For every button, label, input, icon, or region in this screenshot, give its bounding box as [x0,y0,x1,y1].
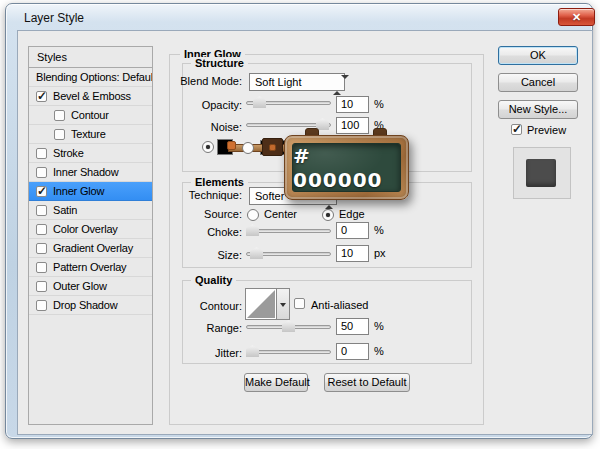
blend-mode-select[interactable]: Soft Light [249,73,345,91]
sidebar-item-stroke[interactable]: Stroke [29,144,152,163]
source-center-radio[interactable] [247,209,259,221]
jitter-slider[interactable] [246,345,331,358]
style-enabled-checkbox[interactable] [54,110,65,121]
size-input[interactable]: 10 [336,245,369,262]
reset-to-default-button[interactable]: Reset to Default [324,373,410,392]
opacity-slider[interactable] [246,96,331,109]
style-enabled-checkbox[interactable] [36,281,47,292]
sidebar-item-label: Contour [71,109,109,121]
styles-header: Styles [28,46,153,68]
choke-unit: % [374,224,384,236]
blend-mode-value: Soft Light [255,76,301,88]
jitter-input[interactable]: 0 [336,343,369,360]
style-enabled-checkbox[interactable] [36,205,47,216]
style-enabled-checkbox[interactable] [36,243,47,254]
screenshot-stage: Layer Style ✕ Styles Blending Options: D… [0,0,600,449]
style-enabled-checkbox[interactable] [36,262,47,273]
callout-clamp-pin-icon [269,144,276,151]
sidebar-item-label: Bevel & Emboss [53,90,131,102]
range-input[interactable]: 50 [336,318,369,335]
noise-input[interactable]: 100 [336,117,369,134]
sidebar-item-label: Pattern Overlay [53,261,126,273]
technique-value: Softer [255,190,284,202]
close-icon: ✕ [559,9,594,25]
opacity-input[interactable]: 10 [336,96,369,113]
range-thumb[interactable] [282,320,295,332]
style-enabled-checkbox[interactable] [36,300,47,311]
new-style-button[interactable]: New Style... [498,100,578,119]
sidebar-item-label: Inner Glow [53,185,104,197]
sidebar-item-label: Outer Glow [53,280,107,292]
opacity-label: Opacity: [132,99,242,111]
close-button[interactable]: ✕ [558,8,595,26]
cancel-button[interactable]: Cancel [498,73,578,92]
choke-slider[interactable] [246,224,331,237]
source-edge-label[interactable]: Edge [339,208,365,220]
jitter-label: Jitter: [132,347,242,359]
contour-picker[interactable] [245,288,277,320]
blend-mode-label: Blend Mode: [132,75,242,87]
source-label: Source: [132,208,242,220]
size-slider[interactable] [246,247,331,260]
noise-label: Noise: [132,121,242,133]
sidebar-item-label: Drop Shadow [53,299,117,311]
color-radio[interactable] [202,141,214,153]
preview-checkbox[interactable] [511,124,522,135]
sidebar-item-label: Texture [71,128,106,140]
sidebar-item-label: Stroke [53,147,84,159]
updown-arrows-icon [333,77,340,93]
color-hex-value: # 000000 [293,144,400,192]
contour-label: Contour: [132,300,242,312]
preview-label[interactable]: Preview [527,124,566,136]
sidebar-item-label: Gradient Overlay [53,242,133,254]
style-enabled-checkbox[interactable] [36,186,47,197]
sidebar-item-label: Inner Shadow [53,166,118,178]
chalkboard-surface: # 000000 [292,143,401,192]
sidebar-item-outer-glow[interactable]: Outer Glow [29,277,152,296]
contour-dropdown-arrow[interactable] [277,288,290,320]
opacity-thumb[interactable] [253,96,266,108]
sidebar-item-label: Satin [53,204,77,216]
style-enabled-checkbox[interactable] [36,91,47,102]
anti-aliased-checkbox[interactable] [294,298,305,309]
style-enabled-checkbox[interactable] [36,148,47,159]
anti-aliased-label[interactable]: Anti-aliased [311,299,368,311]
range-unit: % [374,320,384,332]
size-label: Size: [132,249,242,261]
elements-legend: Elements [191,176,248,188]
source-edge-radio[interactable] [322,209,334,221]
jitter-thumb[interactable] [246,345,259,357]
layer-style-dialog: Layer Style ✕ Styles Blending Options: D… [5,3,593,439]
source-center-label[interactable]: Center [264,208,297,220]
opacity-unit: % [374,98,384,110]
choke-input[interactable]: 0 [336,222,369,239]
ok-button[interactable]: OK [498,46,578,65]
make-default-button[interactable]: Make Default [244,373,308,392]
style-enabled-checkbox[interactable] [54,129,65,140]
style-enabled-checkbox[interactable] [36,224,47,235]
sidebar-item-inner-shadow[interactable]: Inner Shadow [29,163,152,182]
technique-label: Technique: [132,189,242,201]
range-slider[interactable] [246,320,331,333]
jitter-unit: % [374,345,384,357]
window-title: Layer Style [24,11,84,25]
choke-label: Choke: [132,226,242,238]
preview-thumbnail-square [526,159,556,187]
sidebar-item-label: Color Overlay [53,223,118,235]
size-thumb[interactable] [250,247,263,259]
callout-pin-icon [227,141,236,150]
style-enabled-checkbox[interactable] [36,167,47,178]
range-label: Range: [132,322,242,334]
size-unit: px [374,247,386,259]
choke-thumb[interactable] [246,224,259,236]
quality-legend: Quality [191,274,236,286]
color-tooltip-chalkboard: # 000000 [284,135,409,200]
gradient-radio[interactable] [242,142,254,154]
structure-legend: Structure [191,57,248,69]
